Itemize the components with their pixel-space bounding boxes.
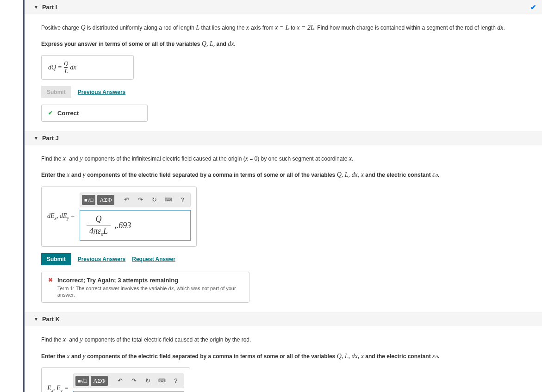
greek-button[interactable]: ΑΣΦ [97, 195, 114, 205]
enter-instructions: Enter the x and y components of the elec… [41, 169, 533, 180]
part-header-k[interactable]: ▼ Part K [25, 312, 542, 326]
x-icon: ✖ [48, 277, 53, 283]
request-answer-link[interactable]: Request Answer [132, 256, 175, 262]
submit-button: Submit [41, 86, 71, 98]
enter-instructions: Enter the x and y components of the elec… [41, 350, 533, 362]
feedback-incorrect: ✖ Incorrect; Try Again; 3 attempts remai… [41, 272, 249, 303]
part-title: Part J [42, 135, 59, 142]
redo-icon[interactable]: ↷ [135, 195, 147, 205]
prompt-text: Positive charge Q is distributed uniform… [41, 22, 533, 33]
part-title: Part I [42, 4, 57, 11]
check-icon: ✔ [48, 110, 53, 116]
editor-toolbar: ■√□ ΑΣΦ ↶ ↷ ↻ ⌨ ? [73, 373, 184, 388]
templates-button[interactable]: ■√□ [75, 376, 89, 386]
previous-answers-link[interactable]: Previous Answers [78, 89, 126, 95]
redo-icon[interactable]: ↷ [128, 376, 140, 386]
caret-down-icon: ▼ [34, 317, 38, 322]
undo-icon[interactable]: ↶ [114, 376, 126, 386]
caret-down-icon: ▼ [34, 136, 38, 141]
prompt-text: Find the x- and y-components of the infi… [41, 153, 533, 164]
editor-toolbar: ■√□ ΑΣΦ ↶ ↷ ↻ ⌨ ? [80, 193, 191, 207]
greek-button[interactable]: ΑΣΦ [91, 376, 107, 386]
answer-label: dEx, dEy = [47, 212, 75, 221]
caret-down-icon: ▼ [34, 5, 38, 10]
equation-editor: Ex, Ey = ■√□ ΑΣΦ ↶ ↷ ↻ ⌨ ? [41, 367, 190, 392]
part-title: Part K [42, 316, 60, 323]
undo-icon[interactable]: ↶ [121, 195, 133, 205]
prompt-text: Find the x- and y-components of the tota… [41, 334, 533, 345]
part-header-i[interactable]: ▼ Part I ✔ [25, 0, 542, 14]
equation-input[interactable]: Q 4πε0L ,.693 [80, 210, 191, 241]
part-header-j[interactable]: ▼ Part J [25, 131, 542, 145]
keyboard-icon[interactable]: ⌨ [162, 195, 174, 205]
check-icon: ✔ [530, 3, 536, 12]
submit-button[interactable]: Submit [41, 253, 71, 265]
express-instructions: Express your answer in terms of some or … [41, 38, 533, 50]
equation-editor: dEx, dEy = ■√□ ΑΣΦ ↶ ↷ ↻ ⌨ ? [41, 187, 197, 247]
keyboard-icon[interactable]: ⌨ [156, 376, 168, 386]
help-icon[interactable]: ? [176, 195, 188, 205]
previous-answers-link[interactable]: Previous Answers [78, 256, 126, 262]
answer-label: Ex, Ey = [47, 385, 69, 392]
reset-icon[interactable]: ↻ [142, 376, 154, 386]
templates-button[interactable]: ■√□ [82, 195, 95, 205]
help-icon[interactable]: ? [170, 376, 182, 386]
answer-display: dQ = Q L dx [41, 55, 134, 80]
reset-icon[interactable]: ↻ [149, 195, 161, 205]
feedback-correct: ✔ Correct [41, 105, 148, 122]
